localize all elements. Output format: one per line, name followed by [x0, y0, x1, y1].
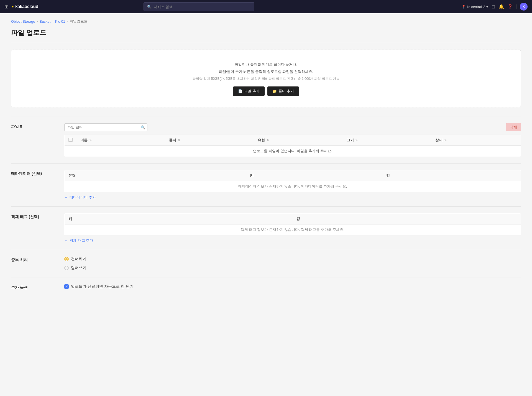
tag-empty-message: 객체 태그 정보가 존재하지 않습니다. 객체 태그를 추가해 주세요.: [65, 224, 521, 235]
page-divider: [11, 43, 521, 43]
breadcrumb-sep-2: ›: [52, 19, 53, 23]
meta-th-value: 값: [382, 170, 521, 181]
files-empty-row: 업로드할 파일이 없습니다. 파일을 추가해 주세요.: [65, 146, 521, 157]
kakao-icon: ▪: [12, 4, 14, 10]
dropzone[interactable]: 파일이나 폴더를 여기로 끌어다 놓거나, 파일/폴더 추가 버튼을 클릭해 업…: [11, 50, 521, 107]
files-section: 파일 0 🔍 삭제 이름 ⇅: [11, 116, 521, 163]
select-all-checkbox[interactable]: [68, 138, 73, 142]
chevron-down-icon: ▾: [486, 5, 488, 9]
th-status: 상태 ⇅: [431, 135, 521, 146]
add-metadata-link[interactable]: ＋ 메타데이터 추가: [64, 195, 521, 200]
file-filter-bar: 🔍 삭제: [64, 123, 521, 131]
duplicate-section: 중복 처리 건너뛰기 덮어쓰기: [11, 250, 521, 277]
duplicate-content: 건너뛰기 덮어쓰기: [64, 257, 521, 270]
radio-overwrite-circle: [64, 266, 69, 270]
files-table: 이름 ⇅ 폴더 ⇅ 유형 ⇅ 크기 ⇅: [64, 135, 521, 157]
divider: [516, 4, 516, 9]
th-folder: 폴더 ⇅: [165, 135, 254, 146]
sort-status-icon[interactable]: ⇅: [444, 139, 446, 142]
metadata-empty-message: 메타데이터 정보가 존재하지 않습니다. 메타데이터를 추가해 주세요.: [65, 181, 521, 192]
file-filter-input-wrap: 🔍: [64, 123, 147, 131]
dropzone-line1: 파일이나 폴더를 여기로 끌어다 놓거나,: [193, 61, 339, 68]
radio-skip-circle: [64, 257, 69, 261]
sort-name-icon[interactable]: ⇅: [89, 139, 91, 142]
th-checkbox: [65, 135, 77, 146]
sort-type-icon[interactable]: ⇅: [267, 139, 269, 142]
add-folder-button[interactable]: 📁 폴더 추가: [267, 86, 299, 96]
tag-empty-row: 객체 태그 정보가 존재하지 않습니다. 객체 태그를 추가해 주세요.: [65, 224, 521, 235]
breadcrumb-sep-3: ›: [67, 19, 68, 23]
search-bar[interactable]: 🔍: [144, 2, 254, 11]
radio-group: 건너뛰기 덮어쓰기: [64, 257, 521, 270]
plus-tag-icon: ＋: [64, 238, 68, 243]
auto-close-label: 업로드가 완료되면 자동으로 창 닫기: [71, 284, 134, 289]
metadata-empty-row: 메타데이터 정보가 존재하지 않습니다. 메타데이터를 추가해 주세요.: [65, 181, 521, 192]
tag-content: 키 값 객체 태그 정보가 존재하지 않습니다. 객체 태그를 추가해 주세요.…: [64, 213, 521, 243]
region-label: kr-central-2: [467, 5, 485, 9]
extra-options-section: 추가 옵션 업로드가 완료되면 자동으로 창 닫기: [11, 277, 521, 297]
metadata-content: 유형 키 값 메타데이터 정보가 존재하지 않습니다. 메타데이터를 추가해 주…: [64, 170, 521, 200]
files-empty-message: 업로드할 파일이 없습니다. 파일을 추가해 주세요.: [65, 146, 521, 157]
file-icon: 📄: [238, 89, 242, 93]
auto-close-checkbox-item[interactable]: 업로드가 완료되면 자동으로 창 닫기: [64, 284, 521, 289]
grid-menu-icon[interactable]: ⊞: [4, 4, 9, 10]
th-type: 유형 ⇅: [254, 135, 342, 146]
file-filter-input[interactable]: [64, 123, 147, 131]
dropzone-text: 파일이나 폴더를 여기로 끌어다 놓거나, 파일/폴더 추가 버튼을 클릭해 업…: [193, 61, 339, 82]
notification-icon[interactable]: 🔔: [498, 4, 504, 9]
breadcrumb-object-storage[interactable]: Object Storage: [11, 19, 35, 24]
radio-skip[interactable]: 건너뛰기: [64, 257, 521, 262]
extra-options-content: 업로드가 완료되면 자동으로 창 닫기: [64, 284, 521, 290]
files-content: 🔍 삭제 이름 ⇅ 폴더: [64, 123, 521, 157]
topnav: ⊞ ▪ kakaocloud 🔍 📍 kr-central-2 ▾ ⊡ 🔔 ❓ …: [0, 0, 532, 13]
files-label: 파일 0: [11, 123, 55, 157]
sort-size-icon[interactable]: ⇅: [355, 139, 357, 142]
duplicate-label: 중복 처리: [11, 257, 55, 270]
breadcrumb-bucket[interactable]: Bucket: [40, 19, 51, 24]
help-icon[interactable]: ❓: [507, 4, 513, 9]
metadata-section: 메타데이터 (선택) 유형 키 값 메타데이터 정보가 존재하지 않습니다. 메…: [11, 163, 521, 206]
page-title: 파일 업로드: [11, 28, 521, 37]
search-input[interactable]: [154, 5, 251, 9]
page-wrap: Object Storage › Bucket › Kic-01 › 파일업로드…: [0, 13, 532, 396]
th-size: 크기 ⇅: [343, 135, 431, 146]
radio-overwrite[interactable]: 덮어쓰기: [64, 265, 521, 270]
location-icon: 📍: [461, 5, 466, 9]
folder-icon: 📁: [272, 89, 277, 93]
dropzone-buttons: 📄 파일 추가 📁 폴더 추가: [233, 86, 299, 96]
dropzone-line3: 파일당 최대 50GB(단, 5GB를 초과하는 파일은 멀티파트 업로드 진행…: [193, 75, 339, 82]
tag-section: 객체 태그 (선택) 키 값 객체 태그 정보가 존재하지 않습니다. 객체 태…: [11, 206, 521, 250]
dropzone-line2: 파일/폴더 추가 버튼을 클릭해 업로드할 파일을 선택하세요.: [193, 68, 339, 75]
add-file-button[interactable]: 📄 파일 추가: [233, 86, 265, 96]
search-icon: 🔍: [147, 5, 152, 9]
tag-th-key: 키: [65, 214, 293, 224]
delete-button[interactable]: 삭제: [506, 123, 521, 131]
auto-close-checkbox[interactable]: [64, 284, 69, 289]
tag-label: 객체 태그 (선택): [11, 213, 55, 243]
layout-icon[interactable]: ⊡: [492, 4, 495, 9]
breadcrumb: Object Storage › Bucket › Kic-01 › 파일업로드: [11, 19, 521, 24]
region-selector[interactable]: 📍 kr-central-2 ▾: [461, 5, 488, 9]
topnav-right: 📍 kr-central-2 ▾ ⊡ 🔔 ❓ K: [461, 3, 528, 11]
avatar[interactable]: K: [520, 3, 528, 11]
breadcrumb-kic01[interactable]: Kic-01: [55, 19, 65, 24]
breadcrumb-current: 파일업로드: [70, 19, 88, 24]
logo: ▪ kakaocloud: [12, 4, 38, 10]
metadata-table: 유형 키 값 메타데이터 정보가 존재하지 않습니다. 메타데이터를 추가해 주…: [64, 170, 521, 192]
meta-th-type: 유형: [65, 170, 246, 181]
tag-table: 키 값 객체 태그 정보가 존재하지 않습니다. 객체 태그를 추가해 주세요.: [64, 213, 521, 235]
sort-folder-icon[interactable]: ⇅: [178, 139, 180, 142]
tag-th-value: 값: [293, 214, 521, 224]
meta-th-key: 키: [246, 170, 383, 181]
extra-options-label: 추가 옵션: [11, 284, 55, 290]
filter-search-icon: 🔍: [141, 125, 145, 129]
breadcrumb-sep-1: ›: [37, 19, 38, 23]
add-tag-link[interactable]: ＋ 객체 태그 추가: [64, 238, 521, 243]
metadata-label: 메타데이터 (선택): [11, 170, 55, 200]
plus-icon: ＋: [64, 195, 68, 200]
th-name: 이름 ⇅: [76, 135, 165, 146]
logo-text: kakaocloud: [15, 4, 38, 9]
